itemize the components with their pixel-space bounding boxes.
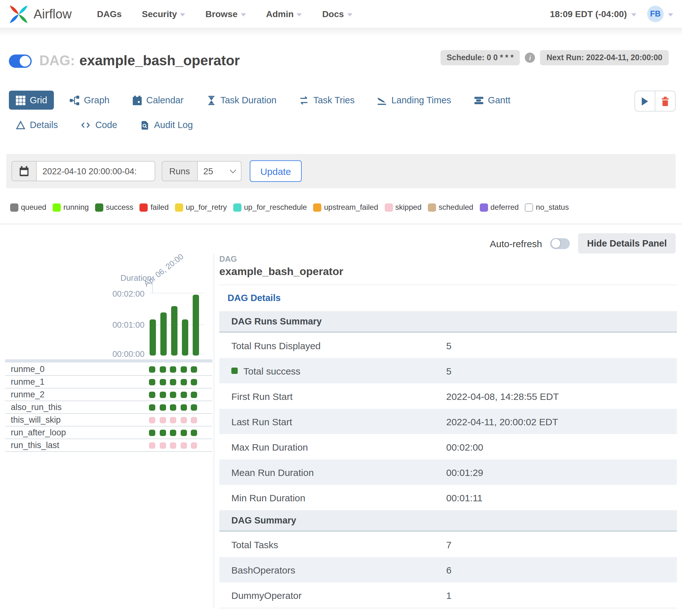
task-instance-square[interactable]	[170, 379, 176, 385]
update-button[interactable]: Update	[249, 160, 302, 182]
task-instance-square[interactable]	[170, 417, 176, 423]
task-instance-square[interactable]	[191, 417, 197, 423]
auto-refresh-label: Auto-refresh	[490, 238, 542, 249]
schedule-badge: Schedule: 0 0 * * *	[440, 50, 520, 65]
task-instance-square[interactable]	[159, 442, 166, 448]
task-instance-square[interactable]	[191, 404, 197, 410]
main-menu: DAGs Security Browse Admin Docs	[97, 9, 352, 19]
task-instance-square[interactable]	[170, 429, 176, 436]
task-instance-square[interactable]	[180, 379, 187, 385]
legend-queued: queued	[10, 203, 46, 212]
tab-graph[interactable]: Graph	[63, 91, 117, 110]
y-axis-tick: 00:00:00	[109, 349, 144, 359]
task-name[interactable]: this_will_skip	[11, 415, 61, 425]
airflow-brand[interactable]: Airflow	[9, 4, 72, 24]
section-header: DAG Runs Summary	[219, 311, 677, 333]
task-instance-square[interactable]	[191, 391, 197, 398]
task-instance-square[interactable]	[191, 379, 197, 385]
status-swatch	[479, 203, 488, 211]
task-instance-square[interactable]	[191, 429, 197, 436]
run-duration-bar[interactable]	[150, 319, 156, 356]
task-instance-square[interactable]	[180, 417, 187, 423]
divider	[219, 284, 677, 285]
task-instance-square[interactable]	[149, 404, 155, 410]
task-instance-square[interactable]	[170, 404, 176, 410]
success-swatch	[231, 368, 238, 374]
task-name[interactable]: run_this_last	[11, 440, 59, 450]
task-instance-square[interactable]	[159, 429, 166, 436]
task-instance-squares	[149, 379, 197, 385]
task-instance-square[interactable]	[180, 404, 187, 410]
task-instance-square[interactable]	[180, 429, 187, 436]
tab-landing-times[interactable]: Landing Times	[370, 91, 458, 110]
status-swatch	[53, 203, 61, 211]
run-duration-bar[interactable]	[171, 306, 178, 356]
task-instance-square[interactable]	[180, 391, 187, 398]
task-instance-square[interactable]	[170, 442, 176, 448]
task-instance-square[interactable]	[149, 429, 155, 436]
navbar-shadow	[0, 28, 682, 36]
dag-pause-toggle[interactable]	[9, 54, 32, 68]
task-name[interactable]: also_run_this	[11, 403, 62, 412]
y-axis-tick: 00:02:00	[109, 289, 144, 298]
trigger-dag-button[interactable]	[635, 91, 655, 111]
task-instance-square[interactable]	[170, 366, 176, 372]
avatar[interactable]: FB	[647, 6, 664, 22]
task-instance-square[interactable]	[149, 366, 155, 372]
run-duration-bar[interactable]	[182, 319, 188, 356]
run-duration-bars	[150, 295, 199, 356]
task-instance-square[interactable]	[180, 366, 187, 372]
caret-down-icon	[668, 13, 673, 16]
menu-admin[interactable]: Admin	[266, 9, 302, 19]
tab-calendar[interactable]: Calendar	[125, 91, 190, 110]
task-instance-square[interactable]	[159, 379, 166, 385]
menu-docs[interactable]: Docs	[322, 9, 352, 19]
task-instance-square[interactable]	[159, 404, 166, 410]
info-icon[interactable]: i	[525, 52, 535, 63]
timezone-clock[interactable]: 18:09 EDT (-04:00)	[550, 9, 627, 19]
tab-details[interactable]: Details	[9, 115, 65, 134]
task-name[interactable]: run_after_loop	[11, 428, 66, 437]
task-row: also_run_this	[5, 401, 212, 414]
task-instance-square[interactable]	[159, 417, 166, 423]
table-row: Total Tasks 7	[219, 532, 677, 557]
task-instance-square[interactable]	[149, 442, 155, 448]
menu-dags[interactable]: DAGs	[97, 9, 122, 19]
auto-refresh-toggle[interactable]	[550, 238, 570, 249]
menu-security[interactable]: Security	[142, 9, 185, 19]
task-instance-square[interactable]	[159, 391, 166, 398]
task-instance-square[interactable]	[191, 442, 197, 448]
task-instance-square[interactable]	[170, 391, 176, 398]
tab-task-duration[interactable]: Task Duration	[199, 91, 283, 110]
base-date-input[interactable]	[36, 161, 155, 181]
task-row: runme_2	[5, 388, 212, 401]
run-duration-bar[interactable]	[160, 313, 167, 356]
tab-audit-log[interactable]: Audit Log	[133, 115, 200, 134]
num-runs-select[interactable]: 25	[197, 161, 241, 181]
axis-tick	[152, 281, 153, 293]
task-instance-square[interactable]	[149, 379, 155, 385]
task-instance-square[interactable]	[149, 417, 155, 423]
menu-browse[interactable]: Browse	[205, 9, 246, 19]
run-duration-bar[interactable]	[193, 295, 199, 356]
tab-task-tries[interactable]: Task Tries	[292, 91, 362, 110]
task-row: run_after_loop	[5, 427, 212, 439]
hide-details-panel-button[interactable]: Hide Details Panel	[578, 233, 676, 253]
task-instance-square[interactable]	[191, 366, 197, 372]
task-instance-square[interactable]	[159, 366, 166, 372]
airflow-logo-icon	[9, 4, 28, 24]
tab-gantt[interactable]: Gantt	[467, 91, 518, 110]
calendar-addon	[12, 161, 36, 181]
tab-code[interactable]: Code	[74, 115, 124, 134]
task-instance-square[interactable]	[149, 391, 155, 398]
top-navbar: Airflow DAGs Security Browse Admin Docs …	[0, 0, 682, 28]
delete-dag-button[interactable]	[655, 91, 675, 111]
legend-failed: failed	[140, 203, 168, 212]
task-instance-squares	[149, 429, 197, 436]
task-name[interactable]: runme_1	[11, 377, 45, 387]
tab-grid[interactable]: Grid	[9, 91, 54, 110]
dag-details-link[interactable]: DAG Details	[228, 293, 281, 303]
task-name[interactable]: runme_0	[11, 364, 45, 374]
task-instance-square[interactable]	[180, 442, 187, 448]
task-name[interactable]: runme_2	[11, 390, 45, 399]
